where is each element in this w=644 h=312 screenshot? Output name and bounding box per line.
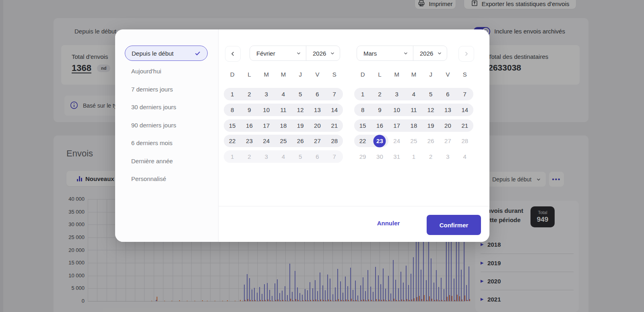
calendar-day[interactable]: 24 <box>258 135 275 147</box>
calendar-day[interactable]: 4 <box>275 88 292 100</box>
calendar-day[interactable]: 19 <box>292 119 309 132</box>
chevron-down-icon <box>403 51 408 56</box>
calendar-day[interactable]: 16 <box>371 119 388 132</box>
calendar-day[interactable]: 13 <box>439 104 456 116</box>
calendar-day[interactable]: 12 <box>422 104 439 116</box>
calendar-day[interactable]: 15 <box>354 119 371 132</box>
calendar-day: 24 <box>388 135 405 147</box>
calendar-day[interactable]: 4 <box>405 88 422 100</box>
calendar-day[interactable]: 15 <box>224 119 241 132</box>
calendar-day: 1 <box>224 150 241 163</box>
month-year-select-2: Mars 2026 <box>357 46 447 61</box>
calendar-day[interactable]: 18 <box>405 119 422 132</box>
preset-option[interactable]: 90 derniers jours <box>125 117 208 133</box>
year-select-1-value: 2026 <box>313 50 326 57</box>
day-header: M <box>258 71 275 78</box>
preset-option[interactable]: Aujourd'hui <box>125 64 208 79</box>
preset-option[interactable]: 6 derniers mois <box>125 135 208 151</box>
calendar-day[interactable]: 10 <box>258 104 275 116</box>
month-select-1[interactable]: Février <box>250 46 306 60</box>
month-select-2[interactable]: Mars <box>357 46 413 60</box>
preset-option[interactable]: Personnalisé <box>125 171 208 187</box>
calendar-day[interactable]: 12 <box>292 104 309 116</box>
calendar-day[interactable]: 20 <box>439 119 456 132</box>
calendar-day[interactable]: 6 <box>439 88 456 100</box>
preset-option-label: Dernière année <box>131 158 173 164</box>
calendar-day[interactable]: 1 <box>224 88 241 100</box>
year-select-1[interactable]: 2026 <box>306 46 340 60</box>
month-select-2-value: Mars <box>363 50 377 57</box>
calendar-day[interactable]: 21 <box>456 119 473 132</box>
calendar-day[interactable]: 27 <box>309 135 326 147</box>
calendar-day[interactable]: 16 <box>241 119 258 132</box>
calendar-day[interactable]: 6 <box>309 88 326 100</box>
calendar-day[interactable]: 23 <box>241 135 258 147</box>
calendar-day[interactable]: 14 <box>326 104 343 116</box>
calendar-day[interactable]: 28 <box>326 135 343 147</box>
modal-presets: Depuis le débutAujourd'hui7 derniers jou… <box>115 29 219 242</box>
calendar-grid-1: DLMMJVS123456789101112131415161718192021… <box>224 71 343 164</box>
calendar-week-row: 15161718192021 <box>224 119 343 132</box>
calendar-day: 2 <box>422 150 439 163</box>
calendar-day[interactable]: 21 <box>326 119 343 132</box>
calendar-day[interactable]: 11 <box>405 104 422 116</box>
preset-option[interactable]: Depuis le début <box>125 46 208 61</box>
calendar-day[interactable]: 9 <box>371 104 388 116</box>
calendar-day[interactable]: 22 <box>224 135 241 147</box>
next-month-button[interactable] <box>458 46 474 62</box>
confirm-button[interactable]: Confirmer <box>427 215 481 235</box>
calendar-day-selected[interactable]: 23 <box>371 135 388 147</box>
day-header: S <box>456 71 473 78</box>
calendar-day[interactable]: 3 <box>258 88 275 100</box>
calendar-day[interactable]: 25 <box>275 135 292 147</box>
calendar-day[interactable]: 26 <box>292 135 309 147</box>
chevron-down-icon <box>437 51 442 56</box>
calendar-day[interactable]: 2 <box>371 88 388 100</box>
calendar-day[interactable]: 8 <box>354 104 371 116</box>
calendar-day[interactable]: 22 <box>354 135 371 147</box>
preset-option-label: 30 derniers jours <box>131 104 176 110</box>
calendar-week-row: 1234567 <box>354 88 473 100</box>
calendar-day[interactable]: 11 <box>275 104 292 116</box>
calendar-day[interactable]: 1 <box>354 88 371 100</box>
calendar-day[interactable]: 8 <box>224 104 241 116</box>
calendar-day[interactable]: 7 <box>456 88 473 100</box>
preset-option-label: Depuis le début <box>132 50 173 57</box>
year-select-2[interactable]: 2026 <box>413 46 447 60</box>
preset-option-label: Aujourd'hui <box>131 68 161 75</box>
preset-option[interactable]: 7 derniers jours <box>125 81 208 97</box>
preset-option[interactable]: 30 derniers jours <box>125 100 208 115</box>
calendar-day[interactable]: 14 <box>456 104 473 116</box>
calendar-day[interactable]: 17 <box>388 119 405 132</box>
calendar-day[interactable]: 5 <box>292 88 309 100</box>
preset-option-label: 7 derniers jours <box>131 86 173 93</box>
day-header: J <box>292 71 309 78</box>
calendar-day: 2 <box>241 150 258 163</box>
calendar-week-row: 22232425262728 <box>354 135 473 147</box>
calendar-week-row: 2930311234 <box>354 150 473 163</box>
calendar-day[interactable]: 18 <box>275 119 292 132</box>
preset-option-label: 6 derniers mois <box>131 139 173 146</box>
calendar-day: 30 <box>371 150 388 163</box>
calendar-day[interactable]: 19 <box>422 119 439 132</box>
day-header: L <box>371 71 388 78</box>
check-icon <box>194 50 201 56</box>
calendar-week-row: 1234567 <box>224 150 343 163</box>
calendar-day: 7 <box>326 150 343 163</box>
calendar-day[interactable]: 7 <box>326 88 343 100</box>
calendar-day[interactable]: 9 <box>241 104 258 116</box>
calendar-day[interactable]: 2 <box>241 88 258 100</box>
calendar-day: 1 <box>405 150 422 163</box>
calendar-day[interactable]: 5 <box>422 88 439 100</box>
chevron-down-icon <box>296 51 301 56</box>
calendar-day[interactable]: 20 <box>309 119 326 132</box>
calendar-day[interactable]: 3 <box>388 88 405 100</box>
cancel-button[interactable]: Annuler <box>368 216 409 231</box>
calendar-day[interactable]: 10 <box>388 104 405 116</box>
calendar-day[interactable]: 17 <box>258 119 275 132</box>
calendar-day: 3 <box>258 150 275 163</box>
prev-month-button[interactable] <box>225 46 241 62</box>
day-header: J <box>422 71 439 78</box>
calendar-day[interactable]: 13 <box>309 104 326 116</box>
preset-option[interactable]: Dernière année <box>125 153 208 168</box>
